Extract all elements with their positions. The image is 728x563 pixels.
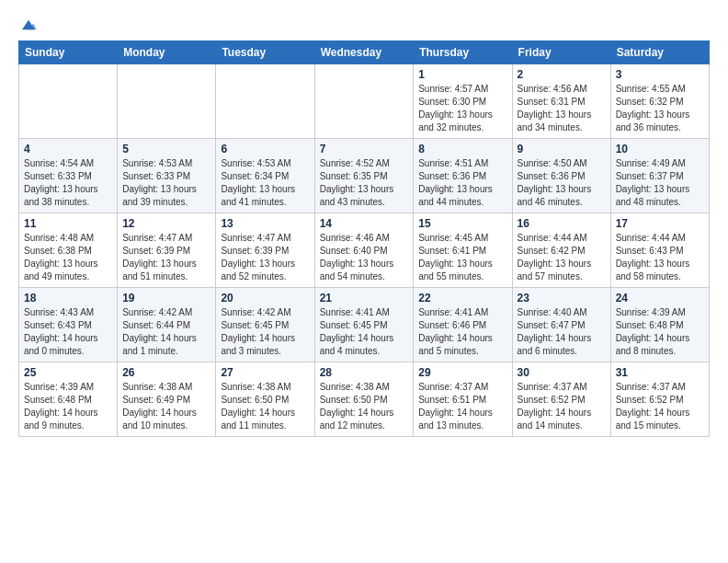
logo-text: [18, 15, 37, 33]
day-info: Sunrise: 4:52 AMSunset: 6:35 PMDaylight:…: [320, 157, 409, 209]
day-cell: 20Sunrise: 4:42 AMSunset: 6:45 PMDayligh…: [216, 287, 314, 362]
day-info: Sunrise: 4:44 AMSunset: 6:42 PMDaylight:…: [518, 232, 606, 283]
day-info: Sunrise: 4:47 AMSunset: 6:39 PMDaylight:…: [221, 232, 309, 283]
day-number: 13: [221, 217, 309, 230]
day-info: Sunrise: 4:57 AMSunset: 6:30 PMDaylight:…: [418, 83, 506, 134]
day-cell: 4Sunrise: 4:54 AMSunset: 6:33 PMDaylight…: [19, 138, 118, 213]
day-number: 15: [418, 217, 506, 230]
day-info: Sunrise: 4:45 AMSunset: 6:41 PMDaylight:…: [418, 232, 506, 283]
day-cell: [314, 63, 414, 138]
day-number: 28: [320, 366, 409, 379]
day-cell: 1Sunrise: 4:57 AMSunset: 6:30 PMDaylight…: [414, 63, 512, 138]
day-number: 12: [122, 217, 210, 230]
day-cell: 9Sunrise: 4:50 AMSunset: 6:36 PMDaylight…: [512, 138, 610, 213]
day-cell: 18Sunrise: 4:43 AMSunset: 6:43 PMDayligh…: [19, 287, 118, 362]
day-info: Sunrise: 4:44 AMSunset: 6:43 PMDaylight:…: [616, 232, 704, 283]
day-cell: 19Sunrise: 4:42 AMSunset: 6:44 PMDayligh…: [118, 287, 216, 362]
day-cell: 17Sunrise: 4:44 AMSunset: 6:43 PMDayligh…: [610, 213, 709, 287]
day-cell: 28Sunrise: 4:38 AMSunset: 6:50 PMDayligh…: [314, 362, 414, 436]
day-info: Sunrise: 4:55 AMSunset: 6:32 PMDaylight:…: [616, 83, 704, 134]
day-number: 14: [320, 217, 409, 230]
day-number: 19: [122, 292, 210, 304]
day-cell: 11Sunrise: 4:48 AMSunset: 6:38 PMDayligh…: [19, 213, 118, 287]
day-cell: 25Sunrise: 4:39 AMSunset: 6:48 PMDayligh…: [19, 362, 118, 436]
day-info: Sunrise: 4:49 AMSunset: 6:37 PMDaylight:…: [616, 157, 704, 209]
day-info: Sunrise: 4:42 AMSunset: 6:44 PMDaylight:…: [122, 306, 210, 358]
day-cell: 2Sunrise: 4:56 AMSunset: 6:31 PMDaylight…: [512, 63, 610, 138]
day-info: Sunrise: 4:47 AMSunset: 6:39 PMDaylight:…: [122, 232, 210, 283]
day-info: Sunrise: 4:48 AMSunset: 6:38 PMDaylight:…: [24, 232, 112, 283]
day-number: 21: [320, 292, 409, 304]
day-info: Sunrise: 4:38 AMSunset: 6:49 PMDaylight:…: [122, 381, 210, 432]
day-cell: 27Sunrise: 4:38 AMSunset: 6:50 PMDayligh…: [216, 362, 314, 436]
day-number: 26: [122, 366, 210, 379]
week-row-1: 1Sunrise: 4:57 AMSunset: 6:30 PMDaylight…: [19, 63, 710, 138]
day-number: 5: [122, 143, 210, 155]
day-cell: 14Sunrise: 4:46 AMSunset: 6:40 PMDayligh…: [314, 213, 414, 287]
weekday-header-sunday: Sunday: [19, 40, 118, 63]
day-info: Sunrise: 4:37 AMSunset: 6:51 PMDaylight:…: [418, 381, 506, 432]
day-info: Sunrise: 4:53 AMSunset: 6:33 PMDaylight:…: [122, 157, 210, 209]
day-info: Sunrise: 4:42 AMSunset: 6:45 PMDaylight:…: [221, 306, 309, 358]
day-number: 7: [320, 143, 409, 155]
day-info: Sunrise: 4:37 AMSunset: 6:52 PMDaylight:…: [518, 381, 606, 432]
day-info: Sunrise: 4:39 AMSunset: 6:48 PMDaylight:…: [616, 306, 704, 358]
week-row-4: 18Sunrise: 4:43 AMSunset: 6:43 PMDayligh…: [19, 287, 710, 362]
day-number: 18: [24, 292, 112, 304]
day-cell: 6Sunrise: 4:53 AMSunset: 6:34 PMDaylight…: [216, 138, 314, 213]
day-info: Sunrise: 4:43 AMSunset: 6:43 PMDaylight:…: [24, 306, 112, 358]
day-cell: 31Sunrise: 4:37 AMSunset: 6:52 PMDayligh…: [610, 362, 709, 436]
day-number: 3: [616, 68, 704, 81]
day-number: 16: [518, 217, 606, 230]
day-info: Sunrise: 4:37 AMSunset: 6:52 PMDaylight:…: [616, 381, 704, 432]
day-number: 22: [418, 292, 506, 304]
day-info: Sunrise: 4:54 AMSunset: 6:33 PMDaylight:…: [24, 157, 112, 209]
day-cell: 15Sunrise: 4:45 AMSunset: 6:41 PMDayligh…: [414, 213, 512, 287]
day-cell: 24Sunrise: 4:39 AMSunset: 6:48 PMDayligh…: [610, 287, 709, 362]
day-cell: 13Sunrise: 4:47 AMSunset: 6:39 PMDayligh…: [216, 213, 314, 287]
day-cell: 26Sunrise: 4:38 AMSunset: 6:49 PMDayligh…: [118, 362, 216, 436]
week-row-2: 4Sunrise: 4:54 AMSunset: 6:33 PMDaylight…: [19, 138, 710, 213]
weekday-header-saturday: Saturday: [610, 40, 709, 63]
day-number: 2: [518, 68, 606, 81]
day-cell: [118, 63, 216, 138]
day-cell: 23Sunrise: 4:40 AMSunset: 6:47 PMDayligh…: [512, 287, 610, 362]
day-number: 24: [616, 292, 704, 304]
day-info: Sunrise: 4:38 AMSunset: 6:50 PMDaylight:…: [221, 381, 309, 432]
day-info: Sunrise: 4:50 AMSunset: 6:36 PMDaylight:…: [518, 157, 606, 209]
day-number: 10: [616, 143, 704, 155]
day-number: 17: [616, 217, 704, 230]
logo-icon: [20, 18, 37, 31]
day-cell: [216, 63, 314, 138]
day-info: Sunrise: 4:56 AMSunset: 6:31 PMDaylight:…: [518, 83, 606, 134]
day-number: 11: [24, 217, 112, 230]
day-info: Sunrise: 4:46 AMSunset: 6:40 PMDaylight:…: [320, 232, 409, 283]
day-info: Sunrise: 4:40 AMSunset: 6:47 PMDaylight:…: [518, 306, 606, 358]
logo: [18, 15, 37, 33]
day-cell: 30Sunrise: 4:37 AMSunset: 6:52 PMDayligh…: [512, 362, 610, 436]
day-info: Sunrise: 4:51 AMSunset: 6:36 PMDaylight:…: [418, 157, 506, 209]
day-number: 1: [418, 68, 506, 81]
weekday-header-thursday: Thursday: [414, 40, 512, 63]
day-cell: 16Sunrise: 4:44 AMSunset: 6:42 PMDayligh…: [512, 213, 610, 287]
day-cell: 5Sunrise: 4:53 AMSunset: 6:33 PMDaylight…: [118, 138, 216, 213]
calendar: SundayMondayTuesdayWednesdayThursdayFrid…: [18, 40, 710, 437]
day-cell: 7Sunrise: 4:52 AMSunset: 6:35 PMDaylight…: [314, 138, 414, 213]
weekday-header-wednesday: Wednesday: [314, 40, 414, 63]
day-number: 4: [24, 143, 112, 155]
week-row-5: 25Sunrise: 4:39 AMSunset: 6:48 PMDayligh…: [19, 362, 710, 436]
weekday-header-tuesday: Tuesday: [216, 40, 314, 63]
day-cell: 3Sunrise: 4:55 AMSunset: 6:32 PMDaylight…: [610, 63, 709, 138]
day-number: 8: [418, 143, 506, 155]
day-info: Sunrise: 4:38 AMSunset: 6:50 PMDaylight:…: [320, 381, 409, 432]
day-number: 25: [24, 366, 112, 379]
day-number: 23: [518, 292, 606, 304]
day-number: 31: [616, 366, 704, 379]
day-cell: 10Sunrise: 4:49 AMSunset: 6:37 PMDayligh…: [610, 138, 709, 213]
day-number: 20: [221, 292, 309, 304]
day-number: 6: [221, 143, 309, 155]
day-number: 9: [518, 143, 606, 155]
day-cell: 12Sunrise: 4:47 AMSunset: 6:39 PMDayligh…: [118, 213, 216, 287]
day-cell: 22Sunrise: 4:41 AMSunset: 6:46 PMDayligh…: [414, 287, 512, 362]
day-cell: 21Sunrise: 4:41 AMSunset: 6:45 PMDayligh…: [314, 287, 414, 362]
